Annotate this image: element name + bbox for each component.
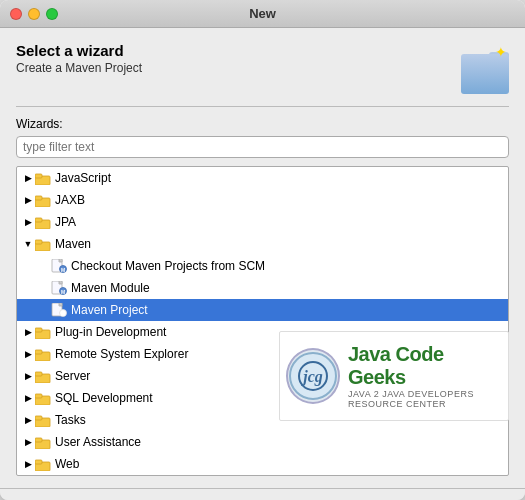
folder-icon [35,414,51,427]
jcg-emblem: jcg [288,351,338,401]
main-content: Select a wizard Create a Maven Project ✦… [0,28,525,488]
folder-icon [35,436,51,449]
tree-item-checkout[interactable]: M Checkout Maven Projects from SCM [17,255,508,277]
folder-icon [35,238,51,251]
tree-arrow-icon: ▼ [21,237,35,251]
svg-rect-30 [35,394,42,398]
tree-item-label: Checkout Maven Projects from SCM [71,259,265,273]
window: New Select a wizard Create a Maven Proje… [0,0,525,500]
tree-arrow-icon: ▶ [21,457,35,471]
tree-arrow-icon: ▶ [21,435,35,449]
tree-item-jaxb[interactable]: ▶ JAXB [17,189,508,211]
divider [16,106,509,107]
folder-icon [35,216,51,229]
tree-item-javascript[interactable]: ▶ JavaScript [17,167,508,189]
tree-item-label: User Assistance [55,435,141,449]
titlebar: New [0,0,525,28]
tree-item-label: SQL Development [55,391,153,405]
tree-indent-arrow [37,303,51,317]
folder-icon [35,348,51,361]
svg-text:M: M [61,311,65,317]
tree-arrow-icon: ▶ [21,413,35,427]
tree-item-label: Tasks [55,413,86,427]
traffic-lights [10,8,58,20]
svg-rect-34 [35,438,42,442]
tree-arrow-icon: ▶ [21,325,35,339]
tree-item-label: Server [55,369,90,383]
header-text: Select a wizard Create a Maven Project [16,42,142,75]
folder-body-icon [461,54,509,94]
star-icon: ✦ [495,44,507,60]
tree-item-label: JavaScript [55,171,111,185]
branding-panel: jcg Java Code Geeks Java 2 Java Develope… [279,331,509,421]
svg-rect-36 [35,460,42,464]
svg-rect-7 [35,240,42,244]
tree-indent-arrow [37,259,51,273]
folder-icon [35,326,51,339]
svg-text:M: M [61,289,65,295]
svg-rect-1 [35,174,42,178]
tree-item-maven-project[interactable]: M Maven Project [17,299,508,321]
close-button[interactable] [10,8,22,20]
doc-icon: M [51,281,67,295]
jcg-logo: jcg Java Code Geeks Java 2 Java Develope… [280,337,508,415]
svg-text:M: M [61,267,65,273]
wizard-tree[interactable]: ▶ JavaScript▶ JAXB▶ JPA▼ [16,166,509,476]
tree-item-label: Plug-in Development [55,325,166,339]
header: Select a wizard Create a Maven Project ✦ [16,42,509,94]
tree-indent-arrow [37,281,51,295]
tree-item-label: Maven Project [71,303,148,317]
tree-item-maven[interactable]: ▼ Maven [17,233,508,255]
filter-input-wrap[interactable] [16,136,509,158]
jcg-title: Java Code Geeks [348,343,502,389]
folder-icon [35,458,51,471]
jcg-circle-icon: jcg [286,348,340,404]
page-title: Select a wizard [16,42,142,59]
minimize-button[interactable] [28,8,40,20]
doc-icon: M [51,303,67,317]
tree-arrow-icon: ▶ [21,171,35,185]
tree-arrow-icon: ▶ [21,215,35,229]
header-icon: ✦ [457,42,509,94]
tree-item-label: Maven [55,237,91,251]
svg-rect-24 [35,328,42,332]
svg-rect-5 [35,218,42,222]
wizards-label: Wizards: [16,117,509,131]
folder-icon [35,392,51,405]
svg-text:jcg: jcg [300,368,323,386]
tree-item-label: JPA [55,215,76,229]
window-title: New [249,6,276,21]
page-subtitle: Create a Maven Project [16,61,142,75]
doc-icon: M [51,259,67,273]
tree-item-web[interactable]: ▶ Web [17,453,508,475]
svg-rect-3 [35,196,42,200]
filter-input[interactable] [23,140,502,154]
tree-item-label: Web [55,457,79,471]
svg-rect-32 [35,416,42,420]
bottom-bar: ? < Back Next > Cancel Finish [0,488,525,500]
tree-item-label: Remote System Explorer [55,347,188,361]
svg-rect-28 [35,372,42,376]
tree-item-user-assist[interactable]: ▶ User Assistance [17,431,508,453]
tree-item-maven-module[interactable]: M Maven Module [17,277,508,299]
folder-icon [35,172,51,185]
tree-arrow-icon: ▶ [21,369,35,383]
tree-arrow-icon: ▶ [21,193,35,207]
folder-icon [35,370,51,383]
tree-item-label: Maven Module [71,281,150,295]
tree-item-label: JAXB [55,193,85,207]
maximize-button[interactable] [46,8,58,20]
tree-arrow-icon: ▶ [21,391,35,405]
tree-arrow-icon: ▶ [21,347,35,361]
tree-item-jpa[interactable]: ▶ JPA [17,211,508,233]
svg-rect-26 [35,350,42,354]
folder-icon [35,194,51,207]
jcg-subtitle: Java 2 Java Developers Resource Center [348,389,502,409]
jcg-text: Java Code Geeks Java 2 Java Developers R… [348,343,502,409]
